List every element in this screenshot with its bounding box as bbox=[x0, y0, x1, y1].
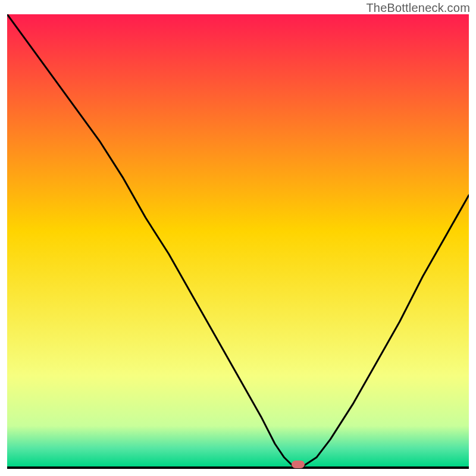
gradient-background bbox=[7, 14, 469, 466]
optimum-marker bbox=[292, 461, 305, 468]
watermark-text: TheBottleneck.com bbox=[366, 1, 470, 15]
chart-surface bbox=[7, 14, 469, 469]
